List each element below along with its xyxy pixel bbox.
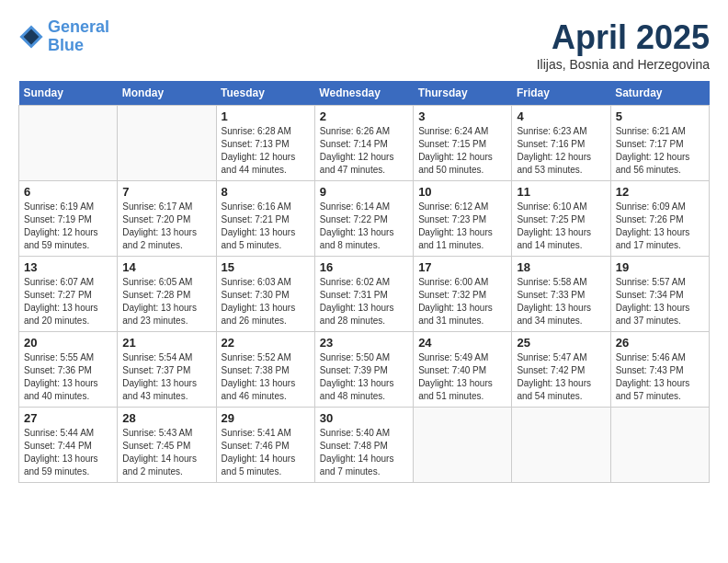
day-cell: 29 Sunrise: 5:41 AMSunset: 7:46 PMDaylig… <box>216 408 314 483</box>
day-cell: 11 Sunrise: 6:10 AMSunset: 7:25 PMDaylig… <box>512 181 610 257</box>
weekday-header-friday: Friday <box>512 81 610 106</box>
location-subtitle: Ilijas, Bosnia and Herzegovina <box>537 57 710 72</box>
day-cell: 21 Sunrise: 5:54 AMSunset: 7:37 PMDaylig… <box>118 332 216 408</box>
day-detail: Sunrise: 6:24 AMSunset: 7:15 PMDaylight:… <box>418 125 506 177</box>
calendar-body: 1 Sunrise: 6:28 AMSunset: 7:13 PMDayligh… <box>19 106 710 483</box>
day-cell: 7 Sunrise: 6:17 AMSunset: 7:20 PMDayligh… <box>118 181 216 257</box>
day-detail: Sunrise: 5:49 AMSunset: 7:40 PMDaylight:… <box>418 351 506 403</box>
day-detail: Sunrise: 5:41 AMSunset: 7:46 PMDaylight:… <box>222 427 310 478</box>
day-number: 28 <box>122 411 210 425</box>
day-cell: 30 Sunrise: 5:40 AMSunset: 7:48 PMDaylig… <box>314 408 413 483</box>
calendar-header: SundayMondayTuesdayWednesdayThursdayFrid… <box>19 81 710 106</box>
day-number: 20 <box>24 336 112 350</box>
day-number: 22 <box>222 336 310 350</box>
day-detail: Sunrise: 6:16 AMSunset: 7:21 PMDaylight:… <box>222 201 310 252</box>
week-row-3: 13 Sunrise: 6:07 AMSunset: 7:27 PMDaylig… <box>19 257 710 332</box>
day-number: 14 <box>122 260 210 274</box>
day-cell: 25 Sunrise: 5:47 AMSunset: 7:42 PMDaylig… <box>512 332 610 408</box>
day-detail: Sunrise: 6:02 AMSunset: 7:31 PMDaylight:… <box>320 276 408 327</box>
day-number: 25 <box>517 336 605 350</box>
weekday-header-row: SundayMondayTuesdayWednesdayThursdayFrid… <box>19 81 710 106</box>
day-detail: Sunrise: 6:23 AMSunset: 7:16 PMDaylight:… <box>517 125 605 177</box>
day-detail: Sunrise: 5:57 AMSunset: 7:34 PMDaylight:… <box>616 276 704 327</box>
day-cell: 17 Sunrise: 6:00 AMSunset: 7:32 PMDaylig… <box>414 257 512 332</box>
day-number: 23 <box>320 336 408 350</box>
day-detail: Sunrise: 6:05 AMSunset: 7:28 PMDaylight:… <box>122 276 210 327</box>
day-number: 1 <box>222 109 310 123</box>
day-number: 11 <box>517 185 605 199</box>
day-detail: Sunrise: 6:26 AMSunset: 7:14 PMDaylight:… <box>320 125 408 177</box>
day-cell <box>512 408 610 483</box>
day-cell: 5 Sunrise: 6:21 AMSunset: 7:17 PMDayligh… <box>610 106 709 181</box>
day-cell: 14 Sunrise: 6:05 AMSunset: 7:28 PMDaylig… <box>118 257 216 332</box>
week-row-1: 1 Sunrise: 6:28 AMSunset: 7:13 PMDayligh… <box>19 106 710 181</box>
day-cell: 20 Sunrise: 5:55 AMSunset: 7:36 PMDaylig… <box>19 332 118 408</box>
day-cell: 22 Sunrise: 5:52 AMSunset: 7:38 PMDaylig… <box>216 332 314 408</box>
day-cell: 28 Sunrise: 5:43 AMSunset: 7:45 PMDaylig… <box>118 408 216 483</box>
day-number: 13 <box>24 260 112 274</box>
day-number: 17 <box>418 260 506 274</box>
day-detail: Sunrise: 5:43 AMSunset: 7:45 PMDaylight:… <box>122 427 210 478</box>
day-number: 21 <box>122 336 210 350</box>
day-number: 15 <box>222 260 310 274</box>
day-number: 29 <box>222 411 310 425</box>
day-cell: 1 Sunrise: 6:28 AMSunset: 7:13 PMDayligh… <box>216 106 314 181</box>
day-number: 24 <box>418 336 506 350</box>
week-row-4: 20 Sunrise: 5:55 AMSunset: 7:36 PMDaylig… <box>19 332 710 408</box>
weekday-header-tuesday: Tuesday <box>216 81 314 106</box>
day-detail: Sunrise: 6:14 AMSunset: 7:22 PMDaylight:… <box>320 201 408 252</box>
day-cell <box>19 106 118 181</box>
day-number: 4 <box>517 109 605 123</box>
day-number: 9 <box>320 185 408 199</box>
day-cell: 6 Sunrise: 6:19 AMSunset: 7:19 PMDayligh… <box>19 181 118 257</box>
day-detail: Sunrise: 6:07 AMSunset: 7:27 PMDaylight:… <box>24 276 112 327</box>
day-detail: Sunrise: 6:21 AMSunset: 7:17 PMDaylight:… <box>616 125 704 177</box>
day-number: 12 <box>616 185 704 199</box>
weekday-header-monday: Monday <box>118 81 216 106</box>
day-number: 3 <box>418 109 506 123</box>
logo-text: General Blue <box>48 18 109 55</box>
day-cell: 18 Sunrise: 5:58 AMSunset: 7:33 PMDaylig… <box>512 257 610 332</box>
day-cell: 24 Sunrise: 5:49 AMSunset: 7:40 PMDaylig… <box>414 332 512 408</box>
day-detail: Sunrise: 6:09 AMSunset: 7:26 PMDaylight:… <box>616 201 704 252</box>
day-detail: Sunrise: 6:12 AMSunset: 7:23 PMDaylight:… <box>418 201 506 252</box>
day-cell: 13 Sunrise: 6:07 AMSunset: 7:27 PMDaylig… <box>19 257 118 332</box>
day-detail: Sunrise: 5:54 AMSunset: 7:37 PMDaylight:… <box>122 351 210 403</box>
day-detail: Sunrise: 6:28 AMSunset: 7:13 PMDaylight:… <box>222 125 310 177</box>
day-cell: 9 Sunrise: 6:14 AMSunset: 7:22 PMDayligh… <box>314 181 413 257</box>
day-number: 16 <box>320 260 408 274</box>
calendar-table: SundayMondayTuesdayWednesdayThursdayFrid… <box>18 81 710 483</box>
day-detail: Sunrise: 5:40 AMSunset: 7:48 PMDaylight:… <box>320 427 408 478</box>
logo-general: General <box>48 17 109 36</box>
day-number: 27 <box>24 411 112 425</box>
title-block: April 2025 Ilijas, Bosnia and Herzegovin… <box>537 18 710 72</box>
weekday-header-thursday: Thursday <box>414 81 512 106</box>
logo-icon <box>18 24 44 50</box>
day-detail: Sunrise: 6:10 AMSunset: 7:25 PMDaylight:… <box>517 201 605 252</box>
page-header: General Blue April 2025 Ilijas, Bosnia a… <box>18 18 710 72</box>
day-cell: 10 Sunrise: 6:12 AMSunset: 7:23 PMDaylig… <box>414 181 512 257</box>
day-number: 6 <box>24 185 112 199</box>
logo: General Blue <box>18 18 109 55</box>
day-detail: Sunrise: 5:46 AMSunset: 7:43 PMDaylight:… <box>616 351 704 403</box>
week-row-2: 6 Sunrise: 6:19 AMSunset: 7:19 PMDayligh… <box>19 181 710 257</box>
day-cell: 27 Sunrise: 5:44 AMSunset: 7:44 PMDaylig… <box>19 408 118 483</box>
day-cell: 12 Sunrise: 6:09 AMSunset: 7:26 PMDaylig… <box>610 181 709 257</box>
day-number: 8 <box>222 185 310 199</box>
day-number: 30 <box>320 411 408 425</box>
day-detail: Sunrise: 5:58 AMSunset: 7:33 PMDaylight:… <box>517 276 605 327</box>
month-title: April 2025 <box>537 18 710 57</box>
day-detail: Sunrise: 5:44 AMSunset: 7:44 PMDaylight:… <box>24 427 112 478</box>
day-number: 5 <box>616 109 704 123</box>
day-detail: Sunrise: 6:17 AMSunset: 7:20 PMDaylight:… <box>122 201 210 252</box>
day-cell: 2 Sunrise: 6:26 AMSunset: 7:14 PMDayligh… <box>314 106 413 181</box>
day-number: 10 <box>418 185 506 199</box>
day-detail: Sunrise: 5:52 AMSunset: 7:38 PMDaylight:… <box>222 351 310 403</box>
day-detail: Sunrise: 6:00 AMSunset: 7:32 PMDaylight:… <box>418 276 506 327</box>
day-detail: Sunrise: 5:50 AMSunset: 7:39 PMDaylight:… <box>320 351 408 403</box>
day-detail: Sunrise: 6:19 AMSunset: 7:19 PMDaylight:… <box>24 201 112 252</box>
day-number: 26 <box>616 336 704 350</box>
logo-blue: Blue <box>48 36 84 54</box>
weekday-header-sunday: Sunday <box>19 81 118 106</box>
weekday-header-saturday: Saturday <box>610 81 709 106</box>
